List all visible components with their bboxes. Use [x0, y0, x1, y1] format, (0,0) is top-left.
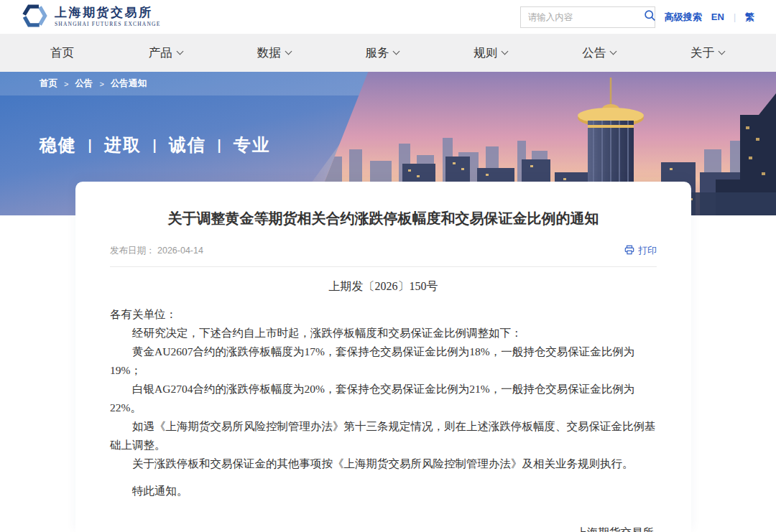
nav-label: 服务: [365, 45, 389, 61]
nav-label: 首页: [50, 45, 74, 61]
document-number: 上期发〔2026〕150号: [110, 279, 657, 294]
search-input[interactable]: [528, 12, 644, 22]
chevron-down-icon: [502, 48, 509, 55]
publish-date: 发布日期： 2026-04-14: [110, 245, 203, 257]
slogan-word: 进取: [104, 134, 142, 157]
nav-label: 产品: [149, 45, 172, 61]
article-body: 各有关单位： 经研究决定，下述合约自上市时起，涨跌停板幅度和交易保证金比例调整如…: [110, 305, 657, 473]
nav-item-announcements[interactable]: 公告: [582, 45, 616, 61]
search-icon[interactable]: [644, 9, 656, 24]
breadcrumb-announcements[interactable]: 公告: [75, 78, 93, 90]
closing-line: 特此通知。: [110, 482, 657, 500]
signature-block: 上海期货交易所 2026年4月14日: [576, 523, 655, 532]
publish-date-label: 发布日期：: [110, 246, 155, 256]
shfe-logo-icon: [22, 3, 47, 32]
main-nav: 首页 产品 数据 服务 规则 公告 关于: [0, 34, 776, 72]
slogan-word: 专业: [234, 134, 271, 157]
print-button[interactable]: 打印: [624, 244, 657, 257]
breadcrumb: 首页 > 公告 > 公告通知: [0, 72, 147, 95]
nav-item-products[interactable]: 产品: [149, 45, 183, 61]
printer-icon: [624, 245, 634, 257]
shfe-logo[interactable]: 上海期货交易所 SHANGHAI FUTURES EXCHANGE: [22, 3, 161, 32]
paragraph: 如遇《上海期货交易所风险控制管理办法》第十三条规定情况，则在上述涨跌停板幅度、交…: [110, 417, 657, 454]
top-header: 上海期货交易所 SHANGHAI FUTURES EXCHANGE 高级搜索 E…: [0, 0, 776, 34]
nav-item-about[interactable]: 关于: [690, 45, 724, 61]
lang-traditional-link[interactable]: 繁: [745, 11, 754, 24]
header-tools: 高级搜索 EN | 繁: [520, 6, 754, 28]
nav-item-data[interactable]: 数据: [257, 45, 291, 61]
chevron-down-icon: [393, 48, 400, 55]
page-title: 关于调整黄金等期货相关合约涨跌停板幅度和交易保证金比例的通知: [110, 182, 657, 228]
publish-date-value: 2026-04-14: [157, 246, 203, 256]
article-meta: 发布日期： 2026-04-14 打印: [110, 244, 657, 267]
chevron-down-icon: [176, 48, 183, 55]
nav-label: 关于: [690, 45, 714, 61]
slogan-divider: |: [218, 136, 222, 154]
paragraph: 白银AG2704合约的涨跌停板幅度为20%，套保持仓交易保证金比例为21%，一般…: [110, 380, 657, 417]
nav-item-rules[interactable]: 规则: [474, 45, 507, 61]
slogan-divider: |: [153, 136, 157, 154]
signature-org: 上海期货交易所: [576, 523, 655, 532]
salutation: 各有关单位：: [110, 305, 657, 324]
paragraph: 经研究决定，下述合约自上市时起，涨跌停板幅度和交易保证金比例调整如下：: [110, 324, 657, 342]
nav-label: 公告: [582, 45, 606, 61]
nav-label: 数据: [257, 45, 281, 61]
slogan-divider: |: [88, 136, 93, 154]
nav-item-services[interactable]: 服务: [365, 45, 399, 61]
logo-subtitle: SHANGHAI FUTURES EXCHANGE: [55, 22, 161, 28]
paragraph: 黄金AU2607合约的涨跌停板幅度为17%，套保持仓交易保证金比例为18%，一般…: [110, 342, 657, 380]
nav-label: 规则: [474, 45, 497, 61]
advanced-search-link[interactable]: 高级搜索: [665, 11, 702, 24]
lang-en-link[interactable]: EN: [711, 11, 724, 22]
slogan-word: 诚信: [169, 134, 206, 157]
article-card: 关于调整黄金等期货相关合约涨跌停板幅度和交易保证金比例的通知 发布日期： 202…: [75, 182, 691, 532]
slogan-word: 稳健: [40, 134, 77, 157]
chevron-down-icon: [719, 48, 726, 55]
logo-title: 上海期货交易所: [55, 6, 161, 20]
banner-slogan: 稳健 | 进取 | 诚信 | 专业: [40, 134, 271, 157]
breadcrumb-current[interactable]: 公告通知: [111, 78, 147, 90]
breadcrumb-home[interactable]: 首页: [40, 78, 57, 90]
lang-divider: |: [734, 12, 736, 22]
breadcrumb-separator: >: [64, 80, 68, 88]
chevron-down-icon: [610, 48, 617, 55]
print-label: 打印: [638, 244, 657, 257]
breadcrumb-separator: >: [99, 80, 103, 88]
paragraph: 关于涨跌停板和交易保证金的其他事项按《上海期货交易所风险控制管理办法》及相关业务…: [110, 454, 657, 473]
chevron-down-icon: [285, 48, 292, 55]
search-box[interactable]: [520, 6, 655, 28]
nav-item-home[interactable]: 首页: [50, 45, 74, 61]
